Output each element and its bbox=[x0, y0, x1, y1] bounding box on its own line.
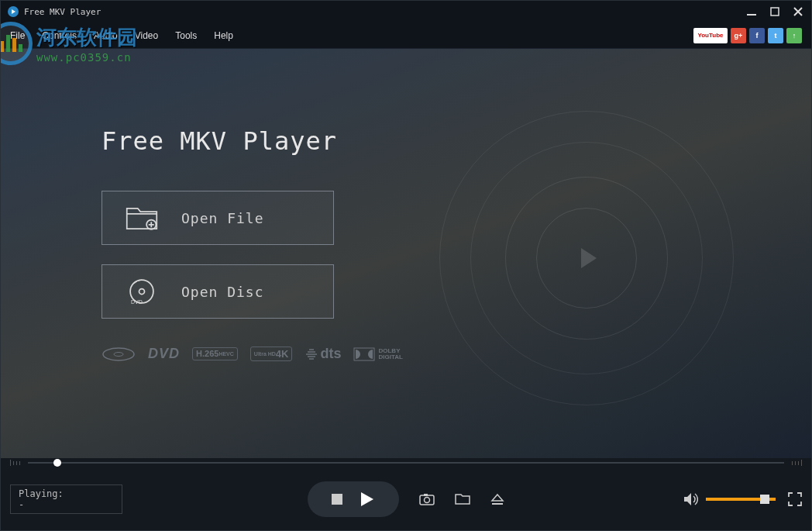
twitter-icon[interactable]: t bbox=[768, 28, 783, 43]
svg-rect-10 bbox=[332, 494, 342, 505]
main-area: 河东软件园 www.pc0359.cn Free MKV Player Open… bbox=[1, 49, 811, 458]
svg-point-7 bbox=[103, 348, 134, 360]
app-icon bbox=[7, 5, 19, 18]
svg-rect-2 bbox=[771, 8, 779, 16]
4k-badge: Ultra HD4K bbox=[250, 347, 293, 361]
close-button[interactable] bbox=[791, 5, 805, 19]
watermark-text: 河东软件园 bbox=[36, 24, 137, 51]
fullscreen-button[interactable] bbox=[788, 492, 802, 506]
watermark-url: www.pc0359.cn bbox=[36, 51, 137, 64]
dolby-badge: DOLBYDIGITAL bbox=[353, 347, 402, 361]
eject-button[interactable] bbox=[490, 493, 504, 505]
open-disc-button[interactable]: DVD Open Disc bbox=[102, 264, 334, 319]
control-bar: Playing: - bbox=[1, 467, 811, 531]
playing-info: Playing: - bbox=[10, 484, 122, 514]
progress-thumb[interactable] bbox=[53, 459, 61, 467]
play-stop-pill bbox=[308, 481, 399, 517]
main-title: Free MKV Player bbox=[102, 126, 404, 156]
facebook-icon[interactable]: f bbox=[749, 28, 765, 43]
playing-label: Playing: bbox=[19, 488, 114, 499]
open-disc-label: Open Disc bbox=[181, 284, 264, 300]
maximize-button[interactable] bbox=[768, 5, 782, 19]
playing-value: - bbox=[19, 499, 114, 510]
volume-slider[interactable] bbox=[706, 498, 776, 501]
youtube-icon[interactable]: YouTube bbox=[693, 28, 728, 43]
open-file-label: Open File bbox=[181, 210, 264, 226]
play-button[interactable] bbox=[358, 491, 375, 508]
svg-point-5 bbox=[139, 289, 145, 295]
svg-point-8 bbox=[114, 352, 123, 356]
open-file-button[interactable]: Open File bbox=[102, 191, 334, 245]
stop-button[interactable] bbox=[332, 494, 342, 505]
bluray-badge bbox=[102, 347, 136, 362]
open-folder-button[interactable] bbox=[455, 493, 470, 505]
menu-help[interactable]: Help bbox=[214, 30, 233, 41]
window-controls bbox=[745, 5, 805, 19]
titlebar: Free MKV Player bbox=[1, 1, 811, 22]
watermark: 河东软件园 www.pc0359.cn bbox=[0, 22, 137, 65]
folder-plus-icon bbox=[126, 204, 158, 232]
googleplus-icon[interactable]: g+ bbox=[731, 28, 746, 43]
dts-badge: dts bbox=[304, 346, 341, 362]
disc-icon: DVD bbox=[126, 278, 158, 305]
progress-bar[interactable] bbox=[1, 458, 811, 467]
menu-video[interactable]: Video bbox=[135, 30, 158, 41]
screenshot-button[interactable] bbox=[419, 493, 435, 505]
svg-point-12 bbox=[425, 498, 430, 503]
minimize-button[interactable] bbox=[745, 5, 759, 19]
volume-button[interactable] bbox=[683, 492, 698, 506]
app-title-text: Free MKV Player bbox=[24, 7, 101, 17]
upload-icon[interactable]: ↑ bbox=[786, 28, 802, 43]
social-icons: YouTube g+ f t ↑ bbox=[693, 28, 802, 43]
play-target-graphic bbox=[432, 103, 741, 413]
format-badges: DVD H.265HEVC Ultra HD4K dts DOLBYDIGITA… bbox=[102, 346, 404, 362]
svg-rect-1 bbox=[747, 14, 756, 16]
svg-rect-13 bbox=[424, 494, 428, 496]
menu-tools[interactable]: Tools bbox=[175, 30, 197, 41]
svg-rect-14 bbox=[492, 503, 503, 505]
progress-track[interactable] bbox=[28, 462, 784, 464]
h265-badge: H.265HEVC bbox=[192, 347, 238, 360]
dvd-badge: DVD bbox=[148, 346, 180, 362]
volume-thumb[interactable] bbox=[760, 495, 769, 504]
svg-text:DVD: DVD bbox=[131, 299, 143, 305]
watermark-logo-icon bbox=[0, 22, 33, 65]
